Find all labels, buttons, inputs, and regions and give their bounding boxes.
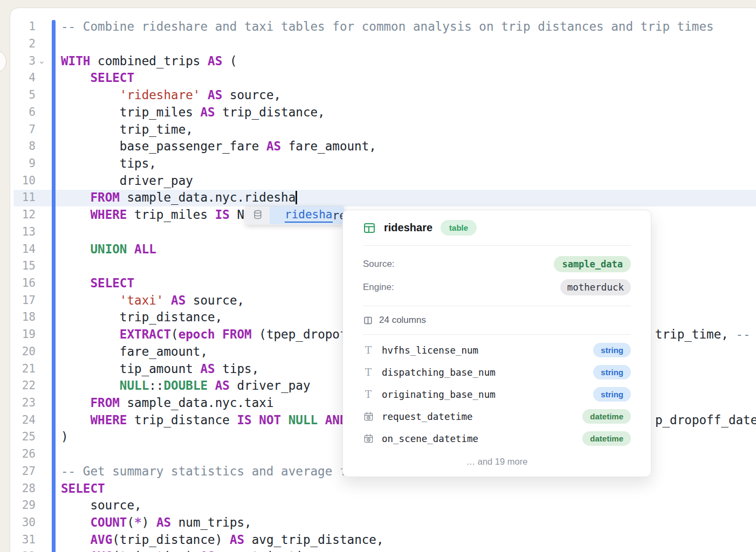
- line-number: 10: [10, 172, 36, 190]
- line-number: 25: [10, 429, 36, 446]
- line-number: 24: [10, 412, 36, 429]
- code-line[interactable]: AVG(trip_time) AS avg_trip_time,: [61, 548, 756, 552]
- autocomplete-popup: rideshare: [245, 206, 345, 225]
- line-number: 11: [10, 189, 36, 206]
- code-line[interactable]: tips,: [61, 155, 756, 172]
- line-number: 23: [10, 395, 36, 412]
- line-number: 1: [10, 18, 36, 36]
- columns-count-label: 24 columns: [379, 315, 426, 326]
- column-row: Toriginating_base_numstring: [363, 383, 631, 405]
- line-number: 31: [10, 532, 36, 549]
- line-number: 3: [10, 53, 36, 70]
- more-columns-label: … and 19 more: [363, 450, 631, 477]
- code-line[interactable]: AVG(trip_distance) AS avg_trip_distance,: [61, 532, 756, 549]
- column-name: on_scene_datetime: [382, 433, 582, 444]
- property-row: Engine:motherduck: [363, 275, 631, 299]
- table-icon: [363, 222, 376, 234]
- line-number: 20: [10, 343, 36, 361]
- line-number: 18: [10, 309, 36, 326]
- code-line[interactable]: 'rideshare' AS source,: [61, 87, 756, 104]
- column-type-pill: string: [593, 343, 631, 357]
- database-icon: [252, 209, 263, 222]
- cell-accent-bar: [52, 20, 56, 552]
- column-row: request_datetimedatetime: [363, 405, 631, 427]
- line-number: 13: [10, 224, 36, 241]
- code-line[interactable]: SELECT: [61, 70, 756, 87]
- property-value-pill: sample_data: [554, 256, 631, 272]
- datetime-type-icon: [363, 411, 374, 422]
- column-name: dispatching_base_num: [382, 367, 593, 378]
- line-number-gutter: 1234567891011121314151617181920212223242…: [10, 18, 36, 552]
- line-number: 19: [10, 326, 36, 343]
- text-type-icon: T: [363, 346, 374, 355]
- line-number: 8: [10, 138, 36, 155]
- line-number: 9: [10, 155, 36, 172]
- code-line[interactable]: FROM sample_data.nyc.ridesha: [61, 189, 756, 206]
- line-number: 12: [10, 206, 36, 224]
- code-line[interactable]: source,: [61, 497, 756, 514]
- column-name: hvfhs_license_num: [382, 345, 593, 356]
- text-type-icon: T: [363, 390, 374, 399]
- property-value-pill: motherduck: [560, 279, 631, 295]
- column-name: originating_base_num: [382, 389, 593, 400]
- column-name: request_datetime: [382, 411, 582, 422]
- code-line[interactable]: trip_miles AS trip_distance,: [61, 104, 756, 121]
- datetime-type-icon: [363, 433, 374, 444]
- autocomplete-icon-cell: [246, 206, 270, 224]
- line-number: 32: [10, 548, 36, 552]
- code-line[interactable]: -- Combine rideshare and taxi tables for…: [61, 18, 756, 36]
- fold-chevron-icon[interactable]: ⌄: [38, 53, 45, 70]
- line-number: 2: [10, 36, 36, 53]
- line-number: 14: [10, 241, 36, 258]
- code-line[interactable]: WITH combined_trips AS (: [61, 53, 756, 70]
- line-number: 15: [10, 258, 36, 275]
- line-number: 30: [10, 514, 36, 532]
- columns-summary-row: 24 columns: [363, 306, 631, 335]
- line-number: 5: [10, 87, 36, 104]
- table-badge: table: [441, 220, 477, 236]
- floating-handle[interactable]: [0, 50, 6, 73]
- line-number: 28: [10, 480, 36, 498]
- column-type-pill: string: [593, 365, 631, 380]
- property-row: Source:sample_data: [363, 252, 631, 275]
- line-number: 21: [10, 361, 36, 378]
- property-label: Engine:: [363, 282, 394, 293]
- table-name: rideshare: [384, 222, 432, 234]
- autocomplete-item-rideshare[interactable]: rideshare: [270, 206, 344, 224]
- code-line[interactable]: base_passenger_fare AS fare_amount,: [61, 138, 756, 155]
- line-number: 26: [10, 446, 36, 463]
- table-info-popup: rideshare table Source:sample_dataEngine…: [342, 210, 651, 477]
- column-list: Thvfhs_license_numstringTdispatching_bas…: [363, 335, 631, 450]
- line-number: 6: [10, 104, 36, 121]
- columns-icon: [363, 315, 373, 326]
- column-type-pill: datetime: [582, 409, 631, 424]
- line-number: 16: [10, 275, 36, 292]
- table-popup-header: rideshare table: [363, 210, 631, 246]
- code-line[interactable]: [61, 36, 756, 53]
- table-properties: Source:sample_dataEngine:motherduck: [363, 246, 631, 306]
- line-number: 17: [10, 292, 36, 309]
- code-line[interactable]: SELECT: [61, 480, 756, 498]
- line-number: 27: [10, 463, 36, 480]
- code-line[interactable]: trip_time,: [61, 121, 756, 139]
- line-number: 22: [10, 377, 36, 395]
- text-type-icon: T: [363, 368, 374, 377]
- column-row: on_scene_datetimedatetime: [363, 427, 631, 450]
- column-type-pill: string: [593, 387, 631, 402]
- line-number: 4: [10, 70, 36, 87]
- text-caret: [295, 191, 297, 204]
- column-type-pill: datetime: [582, 431, 631, 446]
- line-number: 29: [10, 497, 36, 514]
- column-row: Tdispatching_base_numstring: [363, 361, 631, 383]
- code-line[interactable]: COUNT(*) AS num_trips,: [61, 514, 756, 532]
- line-number: 7: [10, 121, 36, 139]
- property-label: Source:: [363, 259, 395, 270]
- code-line[interactable]: driver_pay: [61, 172, 756, 190]
- column-row: Thvfhs_license_numstring: [363, 339, 631, 361]
- autocomplete-match-text: ridesha: [285, 208, 333, 223]
